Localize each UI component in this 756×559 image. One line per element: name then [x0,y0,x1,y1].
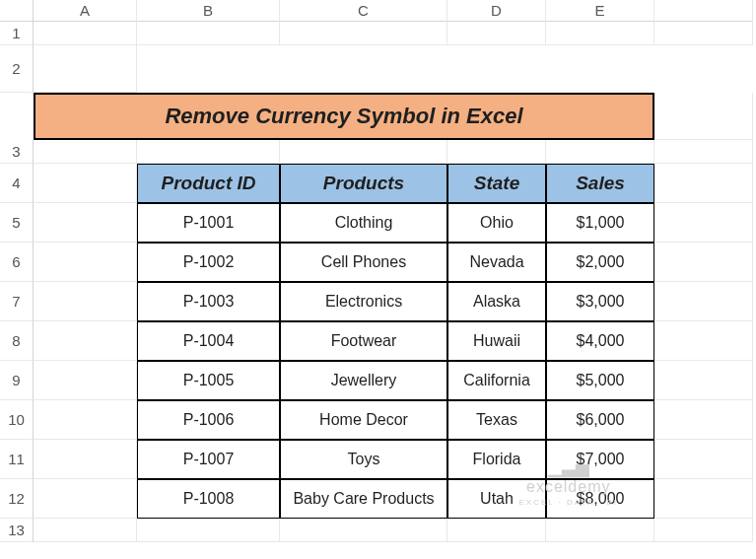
cell-sales[interactable]: $6,000 [546,400,654,440]
cell-F9[interactable] [654,361,753,400]
cell-B1[interactable] [137,22,280,45]
cell-A6[interactable] [34,243,137,282]
cell-F10[interactable] [654,400,753,440]
cell-product[interactable]: Jewellery [280,361,447,400]
cell-product-id[interactable]: P-1004 [137,321,280,361]
cell-E3[interactable] [546,140,654,164]
cell-D3[interactable] [447,140,546,164]
cell-E1[interactable] [546,22,654,45]
col-header-blank[interactable] [654,0,753,22]
cell-E13[interactable] [546,519,654,542]
cell-A11[interactable] [34,440,137,479]
cell-F4[interactable] [654,164,753,203]
cell-F13[interactable] [654,519,753,542]
cell-state[interactable]: Nevada [447,243,546,282]
cell-A7[interactable] [34,282,137,321]
col-header-C[interactable]: C [280,0,447,22]
cell-D13[interactable] [447,519,546,542]
cell-state[interactable]: Alaska [447,282,546,321]
cell-sales[interactable]: $2,000 [546,243,654,282]
row-header-8[interactable]: 8 [0,321,34,361]
cell-F2[interactable] [654,93,753,140]
cell-D1[interactable] [447,22,546,45]
header-state[interactable]: State [447,164,546,203]
cell-sales[interactable]: $4,000 [546,321,654,361]
cell-C13[interactable] [280,519,447,542]
col-header-D[interactable]: D [447,0,546,22]
cell-F7[interactable] [654,282,753,321]
select-all-corner[interactable] [0,0,34,22]
cell-sales[interactable]: $7,000 [546,440,654,479]
cell-sales[interactable]: $8,000 [546,479,654,519]
cell-F8[interactable] [654,321,753,361]
row-header-12[interactable]: 12 [0,479,34,519]
cell-product-id[interactable]: P-1007 [137,440,280,479]
cell-product-id[interactable]: P-1002 [137,243,280,282]
cell-B3[interactable] [137,140,280,164]
cell-F11[interactable] [654,440,753,479]
header-products[interactable]: Products [280,164,447,203]
cell-A13[interactable] [34,519,137,542]
cell-B13[interactable] [137,519,280,542]
col-header-A[interactable]: A [34,0,137,22]
cell-state[interactable]: Ohio [447,203,546,243]
cell-A2[interactable] [34,45,137,93]
row-header-9[interactable]: 9 [0,361,34,400]
cell-product-id[interactable]: P-1003 [137,282,280,321]
cell-product[interactable]: Footwear [280,321,447,361]
cell-A10[interactable] [34,400,137,440]
cell-F1[interactable] [654,22,753,45]
cell-sales[interactable]: $3,000 [546,282,654,321]
cell-product[interactable]: Cell Phones [280,243,447,282]
header-product-id[interactable]: Product ID [137,164,280,203]
row-header-11[interactable]: 11 [0,440,34,479]
row-header-7[interactable]: 7 [0,282,34,321]
cell-C3[interactable] [280,140,447,164]
cell-product-id[interactable]: P-1006 [137,400,280,440]
cell-product[interactable]: Clothing [280,203,447,243]
col-header-B[interactable]: B [137,0,280,22]
cell-A5[interactable] [34,203,137,243]
cell-product-id[interactable]: P-1005 [137,361,280,400]
cell-state[interactable]: Texas [447,400,546,440]
cell-product[interactable]: Home Decor [280,400,447,440]
cell-F5[interactable] [654,203,753,243]
row-header-10[interactable]: 10 [0,400,34,440]
cell-product[interactable]: Toys [280,440,447,479]
cell-F6[interactable] [654,243,753,282]
title-cell[interactable]: Remove Currency Symbol in Excel [34,93,654,140]
cell-A3[interactable] [34,140,137,164]
cell-sales[interactable]: $1,000 [546,203,654,243]
cell-F3[interactable] [654,140,753,164]
row-header-1[interactable]: 1 [0,22,34,45]
cell-product[interactable]: Baby Care Products [280,479,447,519]
cell-state[interactable]: California [447,361,546,400]
row-header-5[interactable]: 5 [0,203,34,243]
cell-state[interactable]: Utah [447,479,546,519]
cell-product[interactable]: Electronics [280,282,447,321]
col-header-E[interactable]: E [546,0,654,22]
cell-A8[interactable] [34,321,137,361]
row-header-4[interactable]: 4 [0,164,34,203]
row-header-6[interactable]: 6 [0,243,34,282]
row-header-13[interactable]: 13 [0,519,34,542]
cell-product-id[interactable]: P-1008 [137,479,280,519]
cell-state[interactable]: Huwaii [447,321,546,361]
cell-product-id[interactable]: P-1001 [137,203,280,243]
cell-F12[interactable] [654,479,753,519]
cell-A9[interactable] [34,361,137,400]
cell-A1[interactable] [34,22,137,45]
cell-C1[interactable] [280,22,447,45]
spreadsheet-grid: A B C D E 1 2 Remove Currency Symbol in … [0,0,756,542]
header-sales[interactable]: Sales [546,164,654,203]
cell-state[interactable]: Florida [447,440,546,479]
row-header-2[interactable]: 2 [0,45,34,93]
cell-A12[interactable] [34,479,137,519]
cell-sales[interactable]: $5,000 [546,361,654,400]
row-header-3[interactable]: 3 [0,140,34,164]
cell-A4[interactable] [34,164,137,203]
